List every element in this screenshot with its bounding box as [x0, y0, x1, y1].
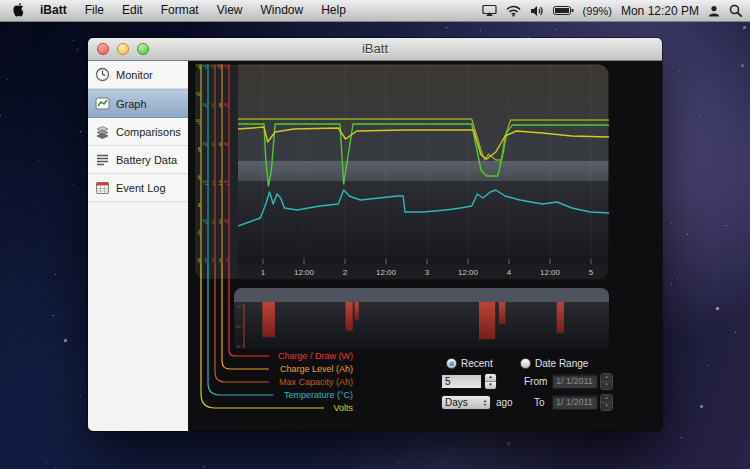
menu-item-file[interactable]: File: [76, 0, 113, 21]
ibatt-window: iBatt Monitor Graph: [88, 38, 662, 431]
from-date-stepper[interactable]: ▲▼: [600, 373, 613, 390]
from-label: From: [524, 376, 547, 387]
minimize-button[interactable]: [117, 43, 129, 55]
calendar-icon: [94, 180, 110, 195]
svg-text:12:00: 12:00: [458, 268, 479, 277]
svg-text:Temperature (°C): Temperature (°C): [284, 390, 353, 400]
recent-count-input[interactable]: 5: [441, 374, 482, 389]
sidebar-item-monitor[interactable]: Monitor: [88, 61, 188, 89]
battery-percent: (99%): [583, 5, 612, 17]
stepper-up-icon[interactable]: ▲: [485, 374, 496, 381]
to-date-stepper[interactable]: ▲▼: [600, 394, 613, 411]
title-bar[interactable]: iBatt: [88, 38, 662, 61]
stepper-down-icon[interactable]: ▼: [485, 381, 496, 389]
svg-text:10: 10: [196, 118, 201, 123]
sidebar-item-label: Graph: [116, 98, 147, 110]
svg-text:20: 20: [203, 179, 208, 184]
menu-item-window[interactable]: Window: [252, 0, 313, 21]
zoom-button[interactable]: [137, 43, 149, 55]
stepper-up-icon[interactable]: ▲: [601, 395, 612, 402]
layers-icon: [94, 124, 110, 139]
sidebar-item-graph[interactable]: Graph: [88, 89, 188, 118]
stepper-down-icon[interactable]: ▼: [601, 381, 612, 389]
svg-text:10: 10: [203, 218, 208, 223]
sidebar-item-label: Comparisons: [116, 126, 181, 138]
svg-text:4: 4: [507, 268, 512, 277]
graph-pane: 112:00212:00312:00412:005024681012140102…: [188, 61, 662, 431]
menu-item-edit[interactable]: Edit: [113, 0, 152, 21]
radio-dot[interactable]: [520, 358, 531, 369]
list-icon: [94, 152, 110, 167]
sidebar-item-comparisons[interactable]: Comparisons: [88, 118, 188, 146]
menu-item-view[interactable]: View: [208, 0, 252, 21]
menu-status: (99%) Mon 12:20 PM: [482, 4, 750, 18]
sidebar-item-label: Event Log: [116, 182, 166, 194]
graph-icon: [94, 96, 110, 111]
svg-text:100: 100: [221, 64, 228, 68]
popup-arrows-icon: ▲▼: [483, 399, 487, 406]
spotlight-icon[interactable]: [729, 4, 742, 17]
apple-menu-icon[interactable]: [10, 3, 31, 18]
radio-dot[interactable]: [446, 358, 457, 369]
svg-text:50: 50: [203, 64, 208, 68]
svg-text:40: 40: [224, 179, 229, 184]
svg-text:Charge Level (Ah): Charge Level (Ah): [280, 364, 353, 374]
svg-text:12: 12: [196, 91, 201, 96]
wifi-icon[interactable]: [506, 5, 521, 17]
svg-text:3: 3: [425, 268, 430, 277]
menu-clock[interactable]: Mon 12:20 PM: [621, 4, 699, 18]
to-label: To: [534, 397, 545, 408]
date-range-radio-label: Date Range: [535, 358, 588, 369]
stepper-down-icon[interactable]: ▼: [601, 402, 612, 410]
to-date-input[interactable]: 1/ 1/2011: [552, 395, 598, 410]
gauge-icon: [94, 67, 110, 82]
sidebar: Monitor Graph Comparisons: [88, 61, 188, 431]
menu-item-format[interactable]: Format: [152, 0, 208, 21]
svg-text:30: 30: [203, 141, 208, 146]
from-date-input[interactable]: 1/ 1/2011: [552, 374, 598, 389]
menu-item-help[interactable]: Help: [312, 0, 355, 21]
sidebar-item-event-log[interactable]: Event Log: [88, 174, 188, 202]
volume-icon[interactable]: [530, 5, 544, 17]
desktop: iBatt File Edit Format View Window Help …: [0, 0, 750, 469]
svg-text:80: 80: [224, 102, 229, 107]
date-range-radio[interactable]: Date Range: [520, 358, 588, 369]
stepper-up-icon[interactable]: ▲: [601, 374, 612, 381]
svg-text:10: 10: [210, 64, 215, 68]
battery-icon[interactable]: [553, 5, 574, 16]
recent-unit-value: Days: [445, 397, 468, 408]
sidebar-item-label: Monitor: [116, 69, 153, 81]
airplay-icon[interactable]: [482, 4, 497, 17]
recent-unit-select[interactable]: Days ▲▼: [441, 395, 491, 410]
window-controls: [97, 43, 149, 55]
close-button[interactable]: [97, 43, 109, 55]
menu-bar: iBatt File Edit Format View Window Help …: [0, 0, 750, 22]
ago-label: ago: [496, 397, 513, 408]
recent-count-stepper[interactable]: ▲▼: [484, 373, 497, 390]
svg-text:Volts: Volts: [333, 403, 353, 413]
svg-text:5: 5: [589, 268, 594, 277]
svg-text:40: 40: [203, 102, 208, 107]
svg-text:20: 20: [224, 218, 229, 223]
svg-text:Max Capacity (Ah): Max Capacity (Ah): [279, 377, 353, 387]
chart-legend: Charge / Draw (W)Charge Level (Ah)Max Ca…: [193, 264, 383, 420]
svg-text:Charge / Draw (W): Charge / Draw (W): [278, 351, 353, 361]
menu-item-app[interactable]: iBatt: [31, 0, 76, 21]
user-icon[interactable]: [708, 5, 720, 17]
sidebar-item-label: Battery Data: [116, 154, 177, 166]
range-controls: Recent Date Range 5 ▲▼ Days ▲▼ ago From …: [438, 353, 633, 428]
sidebar-item-battery-data[interactable]: Battery Data: [88, 146, 188, 174]
recent-radio[interactable]: Recent: [446, 358, 493, 369]
svg-text:12:00: 12:00: [540, 268, 561, 277]
svg-text:60: 60: [224, 141, 229, 146]
window-title: iBatt: [88, 38, 662, 60]
menu-left: iBatt File Edit Format View Window Help: [0, 0, 355, 21]
svg-text:14: 14: [196, 64, 201, 68]
recent-radio-label: Recent: [461, 358, 493, 369]
